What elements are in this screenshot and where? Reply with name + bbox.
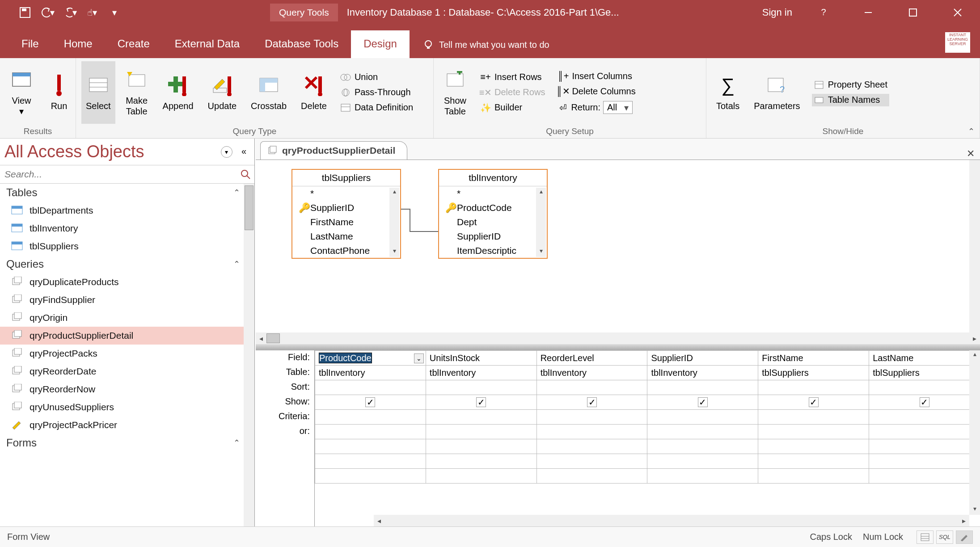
- grid-cell-sort[interactable]: [536, 380, 647, 395]
- builder-button[interactable]: ✨Builder: [478, 101, 547, 114]
- grid-cell-or[interactable]: [647, 425, 758, 439]
- nav-item-tbldepartments[interactable]: tblDepartments: [0, 202, 254, 219]
- insert-rows-button[interactable]: ≡+Insert Rows: [478, 71, 547, 84]
- tab-database-tools[interactable]: Database Tools: [252, 38, 351, 58]
- passthrough-button[interactable]: Pass-Through: [338, 86, 415, 99]
- close-document-icon[interactable]: ✕: [967, 148, 975, 160]
- grid-cell-show[interactable]: ✓: [869, 395, 980, 410]
- grid-cell-or[interactable]: [758, 425, 869, 439]
- run-button[interactable]: Run: [43, 61, 75, 124]
- design-vscroll[interactable]: [969, 160, 980, 339]
- field-row[interactable]: ItemDescriptic: [439, 244, 547, 258]
- grid-cell-sort[interactable]: [315, 380, 426, 395]
- grid-cell-table[interactable]: tblSuppliers: [758, 366, 869, 380]
- nav-item-qryprojectpackpricer[interactable]: qryProjectPackPricer: [0, 416, 254, 434]
- grid-cell-field[interactable]: SupplierID: [647, 351, 758, 366]
- scroll-left-icon[interactable]: ◂: [256, 334, 266, 343]
- tab-external-data[interactable]: External Data: [162, 38, 252, 58]
- view-sql-icon[interactable]: SQL: [936, 530, 953, 544]
- field-row[interactable]: Dept: [439, 215, 547, 229]
- field-row[interactable]: *: [439, 186, 547, 201]
- scroll-right-icon[interactable]: ▸: [959, 517, 969, 525]
- grid-cell-field[interactable]: LastName: [869, 351, 980, 366]
- nav-item-qryunusedsuppliers[interactable]: qryUnusedSuppliers: [0, 398, 254, 416]
- datadefinition-button[interactable]: Data Definition: [338, 101, 415, 114]
- collapse-ribbon-icon[interactable]: ⌃: [968, 126, 975, 136]
- design-hscroll[interactable]: ◂ ▸: [256, 332, 980, 344]
- field-row[interactable]: SupplierID: [439, 229, 547, 244]
- grid-cell[interactable]: [315, 469, 426, 484]
- nav-item-qryproductsupplierdetail[interactable]: qryProductSupplierDetail: [0, 327, 254, 345]
- splitter[interactable]: [256, 344, 980, 350]
- field-row[interactable]: *: [292, 186, 400, 201]
- grid-cell-field[interactable]: ReorderLevel: [536, 351, 647, 366]
- tab-home[interactable]: Home: [51, 38, 105, 58]
- mini-scrollbar[interactable]: ▴▾: [536, 188, 546, 257]
- grid-cell-show[interactable]: ✓: [758, 395, 869, 410]
- grid-cell[interactable]: [647, 439, 758, 454]
- doc-tab-qryproductsupplierdetail[interactable]: qryProductSupplierDetail: [260, 141, 407, 160]
- nav-item-tblinventory[interactable]: tblInventory: [0, 219, 254, 237]
- nav-item-qryreorderdate[interactable]: qryReorderDate: [0, 362, 254, 380]
- field-row[interactable]: ContactPhone: [292, 244, 400, 258]
- grid-cell-table[interactable]: tblInventory: [536, 366, 647, 380]
- grid-cell-show[interactable]: ✓: [426, 395, 536, 410]
- view-design-icon[interactable]: [956, 530, 973, 544]
- grid-cell-criteria[interactable]: [869, 410, 980, 425]
- grid-cell-or[interactable]: [869, 425, 980, 439]
- mini-scrollbar[interactable]: ▴▾: [389, 188, 399, 257]
- nav-item-qryduplicateproducts[interactable]: qryDuplicateProducts: [0, 273, 254, 291]
- scroll-down-icon[interactable]: ▾: [969, 505, 980, 515]
- grid-cell[interactable]: [758, 439, 869, 454]
- grid-cell[interactable]: [426, 469, 536, 484]
- table-names-button[interactable]: Table Names: [812, 94, 889, 106]
- grid-cell[interactable]: [869, 439, 980, 454]
- tab-design[interactable]: Design: [351, 30, 410, 58]
- nav-item-qryprojectpacks[interactable]: qryProjectPacks: [0, 345, 254, 362]
- grid-cell-or[interactable]: [315, 425, 426, 439]
- insert-columns-button[interactable]: ║+Insert Columns: [556, 70, 637, 82]
- grid-cell-table[interactable]: tblSuppliers: [869, 366, 980, 380]
- join-line[interactable]: [401, 205, 438, 240]
- parameters-button[interactable]: ?Parameters: [749, 61, 804, 124]
- property-sheet-button[interactable]: Property Sheet: [812, 79, 889, 91]
- grid-cell[interactable]: [869, 469, 980, 484]
- nav-item-tblsuppliers[interactable]: tblSuppliers: [0, 237, 254, 255]
- scroll-left-icon[interactable]: ◂: [374, 517, 384, 525]
- undo-icon[interactable]: ▾: [40, 5, 55, 20]
- nav-collapse-icon[interactable]: «: [241, 146, 246, 158]
- grid-cell-show[interactable]: ✓: [647, 395, 758, 410]
- grid-cell-show[interactable]: ✓: [536, 395, 647, 410]
- tab-file[interactable]: File: [9, 38, 51, 58]
- minimize-icon[interactable]: [855, 4, 882, 21]
- nav-item-qryfindsupplier[interactable]: qryFindSupplier: [0, 291, 254, 309]
- tell-me[interactable]: Tell me what you want to do: [423, 39, 549, 58]
- grid-cell-field[interactable]: FirstName: [758, 351, 869, 366]
- grid-cell[interactable]: [758, 454, 869, 469]
- show-table-button[interactable]: Show Table: [439, 61, 471, 124]
- make-table-button[interactable]: Make Table: [121, 61, 153, 124]
- nav-dropdown-icon[interactable]: ▾: [221, 146, 232, 158]
- grid-cell-show[interactable]: ✓: [315, 395, 426, 410]
- qat-customize-icon[interactable]: ▾: [107, 5, 122, 20]
- grid-cell[interactable]: [426, 454, 536, 469]
- field-row[interactable]: FirstName: [292, 215, 400, 229]
- grid-cell-field[interactable]: ProductCode⌄: [315, 351, 426, 366]
- grid-cell-sort[interactable]: [869, 380, 980, 395]
- append-button[interactable]: Append: [158, 61, 198, 124]
- search-icon[interactable]: [237, 165, 254, 183]
- return-select[interactable]: All: [603, 101, 633, 114]
- table-inventory-box[interactable]: tblInventory * 🔑ProductCode Dept Supplie…: [438, 169, 548, 259]
- dropdown-icon[interactable]: ⌄: [414, 353, 424, 363]
- grid-cell-table[interactable]: tblInventory: [426, 366, 536, 380]
- grid-cell-table[interactable]: tblInventory: [647, 366, 758, 380]
- grid-cell-criteria[interactable]: [647, 410, 758, 425]
- view-button[interactable]: View▾: [5, 61, 38, 124]
- grid-cell-field[interactable]: UnitsInStock: [426, 351, 536, 366]
- redo-icon[interactable]: ▾: [63, 5, 77, 20]
- select-querytype-button[interactable]: Select: [81, 61, 115, 124]
- nav-cat-forms[interactable]: Forms⌃: [0, 434, 254, 452]
- grid-cell-sort[interactable]: [426, 380, 536, 395]
- grid-cell-criteria[interactable]: [758, 410, 869, 425]
- grid-vscroll[interactable]: ▴▾: [969, 350, 980, 515]
